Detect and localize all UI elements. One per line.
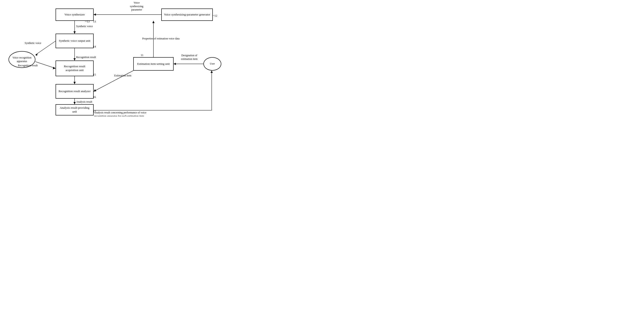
voice-synthesizing-parameter-label: Voicesynthesizingparameter <box>124 1 149 12</box>
svg-marker-13 <box>174 63 176 65</box>
voice-synthesizing-parameter-generator-label: Voice synthesizing-parameter generator <box>164 13 210 17</box>
recognition-result-analyzer-num: 16 <box>93 95 96 99</box>
recognition-result-acquisition-unit-label: Recognition result acquisition unit <box>58 65 92 72</box>
voice-synthesizing-parameter-generator-box: Voice synthesizing-parameter generator <box>161 9 213 21</box>
svg-marker-22 <box>210 71 213 73</box>
svg-line-18 <box>36 62 56 68</box>
estimation-item-setting-unit-label: Estimation item-setting unit <box>137 62 170 66</box>
designation-estimation-item-label: Designation ofestimation item <box>177 54 202 61</box>
diagram: Voice synthesizer 13 Synthetic voice out… <box>0 0 224 117</box>
recognition-result-analyzer-box: Recognition result analyzer <box>56 84 94 99</box>
synthetic-voice-flow-label: Synthetic voice <box>76 25 93 28</box>
analysis-result-providing-unit-box: Analysis result-providing unit <box>56 104 94 115</box>
recognition-result-analyzer-label: Recognition result analyzer <box>59 89 91 93</box>
voice-recognition-apparatus-label: Voice recognition apparatus <box>9 56 35 63</box>
svg-marker-17 <box>36 53 38 56</box>
voice-synthesizer-label: Voice synthesizer <box>64 13 85 17</box>
voice-synthesizing-parameter-generator-num: ~12 <box>213 14 217 18</box>
svg-marker-3 <box>74 58 76 61</box>
svg-marker-11 <box>152 21 154 23</box>
properties-estimation-voice-data-label: Properties of estimation voice data <box>142 37 187 41</box>
estimation-item-setting-unit-num: 11 <box>141 53 144 57</box>
synthetic-voice-output-unit-num: 14 <box>93 45 96 49</box>
recognition-result-acquisition-unit-num: 15 <box>93 73 96 77</box>
svg-marker-15 <box>94 89 96 92</box>
synthetic-voice-output-unit-box: Synthetic voice output unit <box>56 34 94 48</box>
estimation-item-setting-unit-box: Estimation item-setting unit <box>133 57 174 71</box>
analysis-result-long-label: Analysis result concerning performance o… <box>94 111 195 117</box>
svg-marker-19 <box>53 67 56 69</box>
recognition-result-flow-label: Recognition result <box>76 56 96 59</box>
recognition-result-acquisition-unit-box: Recognition result acquisition unit <box>56 61 94 76</box>
analysis-result-flow-label: Analysis result <box>76 100 92 104</box>
svg-marker-9 <box>94 14 96 16</box>
svg-marker-5 <box>74 82 76 84</box>
recognition-result-left-label: Recognition result <box>18 64 38 68</box>
voice-synthesizer-box: Voice synthesizer <box>56 9 94 21</box>
analysis-result-providing-unit-label: Analysis result-providing unit <box>58 106 92 114</box>
svg-line-14 <box>94 71 133 92</box>
svg-marker-1 <box>74 31 76 34</box>
user-label: User <box>210 62 215 66</box>
synthetic-voice-left-label: Synthetic voice <box>25 42 41 45</box>
voice-synthesizer-num: 13 <box>93 20 96 23</box>
user-ellipse: User <box>204 57 221 71</box>
voice-synthesizer-tilde-num: ~13 <box>85 20 90 23</box>
synthetic-voice-output-unit-label: Synthetic voice output unit <box>59 39 90 43</box>
svg-marker-7 <box>74 102 76 104</box>
estimation-item-label: Estimation item <box>114 74 131 78</box>
